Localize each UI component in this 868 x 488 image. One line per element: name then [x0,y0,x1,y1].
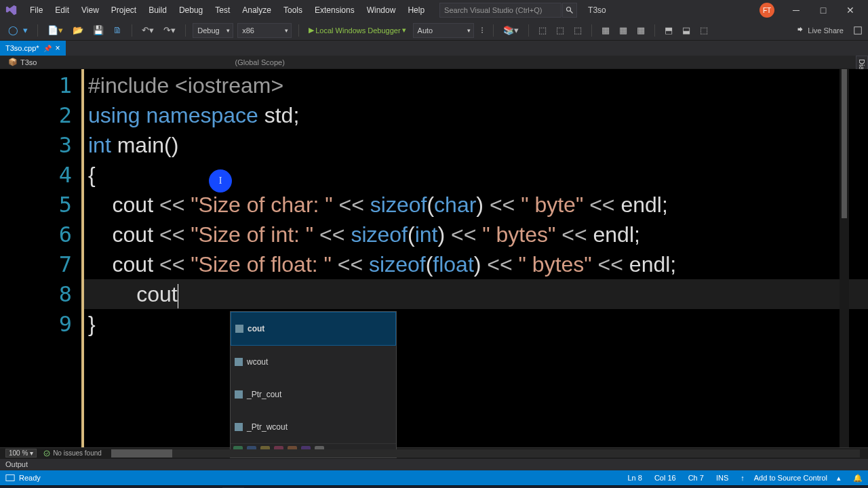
intellisense-item[interactable]: _Ptr_wcout [231,411,396,443]
tb-icon-2[interactable]: ⬚ [536,24,549,37]
live-share-label: Live Share [808,26,844,35]
save-button[interactable]: 💾 [90,24,106,37]
new-button[interactable]: 📄▾ [45,24,66,37]
search-input[interactable]: Search Visual Studio (Ctrl+Q) [439,3,561,18]
nav-bar: 📦 T3so (Global Scope) [0,56,868,69]
tb-icon-4[interactable]: ⬚ [571,24,585,37]
menu-file[interactable]: File [24,3,48,18]
project-breadcrumb[interactable]: 📦 T3so [4,58,41,66]
tb-icon-7[interactable]: ▦ [634,24,648,37]
menu-view[interactable]: View [76,3,104,18]
menu-project[interactable]: Project [106,3,142,18]
code-line-8: cout [84,279,868,309]
tb-icon-5[interactable]: ▦ [599,24,612,37]
editor-status-strip: 100 % ▾ No issues found [0,447,868,458]
intellisense-popup[interactable]: cout wcout _Ptr_cout _Ptr_wcout [230,311,397,458]
menu-window[interactable]: Window [361,3,401,18]
code-line-6: cout << "Size of int: " << sizeof(int) <… [84,220,868,249]
issues-indicator[interactable]: No issues found [43,449,102,457]
minimize-button[interactable]: ─ [783,1,810,19]
platform-dropdown[interactable]: x86 [237,23,292,38]
horizontal-scrollbar[interactable] [111,449,860,458]
scope-dropdown[interactable]: (Global Scope) [231,58,420,66]
intellisense-item[interactable]: wcout [231,346,396,378]
live-share-button[interactable]: Live Share [795,26,863,35]
menu-build[interactable]: Build [143,3,172,18]
vertical-scrollbar[interactable] [840,69,849,447]
code-line-4: { [84,160,868,190]
start-debug-button[interactable]: ▶ Local Windows Debugger ▾ [306,24,408,36]
config-dropdown[interactable]: Debug [193,23,233,38]
scrollbar-thumb[interactable] [842,69,847,218]
search-icon[interactable] [562,3,577,18]
code-line-5: cout << "Size of char: " << sizeof(char)… [84,190,868,220]
main-toolbar: ◯ ▾ 📄▾ 📂 💾 🗎 ↶▾ ↷▾ Debug x86 ▶ Local Win… [0,20,868,41]
window-icon [5,473,15,483]
status-ch: Ch 7 [688,474,704,482]
intellisense-item[interactable]: _Ptr_cout [231,378,396,411]
menu-tools[interactable]: Tools [278,3,308,18]
menu-analyze[interactable]: Analyze [237,3,277,18]
settings-icon[interactable] [853,26,863,35]
tb-icon-8[interactable]: ⬒ [662,24,675,37]
threads-dropdown[interactable]: Auto [413,23,474,38]
output-panel-tab[interactable]: Output [0,458,868,470]
svg-point-3 [44,451,50,456]
svg-rect-4 [6,475,14,481]
status-ready: Ready [5,473,41,483]
user-badge[interactable]: FT [760,3,774,18]
menu-help[interactable]: Help [402,3,430,18]
code-line-9: } [84,309,868,339]
status-bar: Ready Ln 8 Col 16 Ch 7 INS ↑ Add to Sour… [0,470,868,485]
menu-edit[interactable]: Edit [50,3,75,18]
active-tab[interactable]: T3so.cpp* 📌 × [0,41,66,56]
pin-icon[interactable]: 📌 [43,45,52,52]
status-ins: INS [716,474,728,482]
undo-button[interactable]: ↶▾ [139,24,157,37]
menu-extensions[interactable]: Extensions [309,3,360,18]
menu-test[interactable]: Test [210,3,235,18]
close-button[interactable]: ✕ [837,1,864,19]
cursor-indicator-icon: I [209,169,232,192]
tb-icon-6[interactable]: ▦ [616,24,630,37]
menu-bar: File Edit View Project Build Debug Test … [0,0,868,20]
line-gutter: 1 2 3 4 5 6 7 8 9 [0,69,81,447]
svg-line-1 [570,11,573,14]
document-tabs: T3so.cpp* 📌 × [0,41,868,56]
code-line-7: cout << "Size of float: " << sizeof(floa… [84,249,868,279]
code-line-3: int main() [84,130,868,160]
status-line: Ln 8 [627,474,642,482]
tb-misc1[interactable]: ⁝ [478,24,486,37]
maximize-button[interactable]: □ [810,1,837,19]
tb-icon-10[interactable]: ⬚ [697,24,711,37]
code-editor[interactable]: 1 2 3 4 5 6 7 8 9 #include <iostream> us… [0,69,868,447]
save-all-button[interactable]: 🗎 [111,24,125,37]
open-button[interactable]: 📂 [70,24,86,37]
notifications-icon[interactable]: 🔔 [853,474,863,483]
nav-back-button[interactable]: ◯ ▾ [5,24,31,37]
code-line-2: using namespace std; [84,100,868,130]
code-pane[interactable]: #include <iostream> using namespace std;… [81,69,868,447]
text-cursor [178,284,178,308]
zoom-dropdown[interactable]: 100 % ▾ [5,449,37,458]
menu-debug[interactable]: Debug [174,3,208,18]
svg-rect-2 [854,26,862,34]
windows-taskbar: ▭ 📁 ˄ 📶 🔊 ENG 10:43 AM 7/12/2019 ▭ [0,485,868,488]
scrollbar-thumb[interactable] [111,449,172,458]
source-control-button[interactable]: ↑ Add to Source Control ▴ [741,474,841,483]
code-line-1: #include <iostream> [84,70,868,100]
redo-button[interactable]: ↷▾ [161,24,178,37]
debugger-label: Local Windows Debugger [315,26,400,35]
vs-logo-icon [4,3,19,18]
intellisense-item[interactable]: cout [231,312,396,346]
project-name-label: T3so [588,5,606,15]
svg-point-0 [567,7,571,12]
tab-label: T3so.cpp* [5,44,39,52]
tab-close-button[interactable]: × [56,43,60,53]
tb-icon-3[interactable]: ⬚ [553,24,567,37]
tb-icon-1[interactable]: 📚▾ [500,24,521,37]
status-col: Col 16 [654,474,676,482]
tb-icon-9[interactable]: ⬓ [679,24,693,37]
window-controls: ─ □ ✕ [783,1,864,19]
